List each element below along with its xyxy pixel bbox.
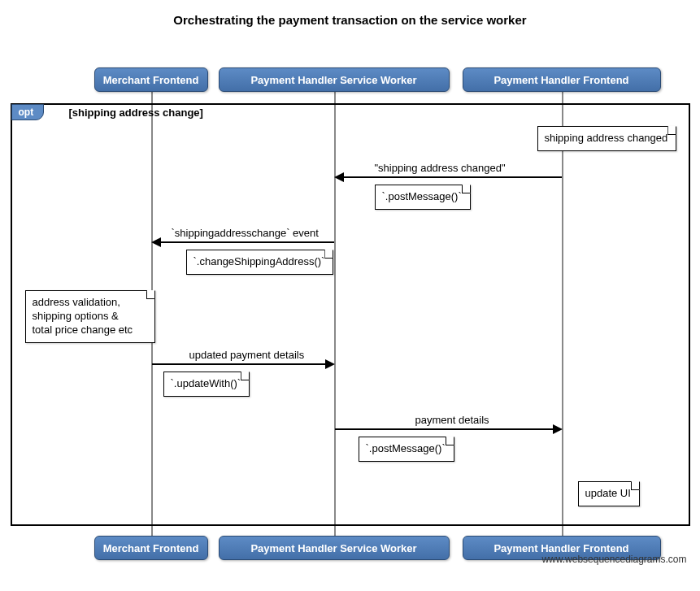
sequence-diagram: Merchant Frontend Payment Handler Servic… [9, 38, 692, 567]
note-postmsg-1: `.postMessage()` [375, 185, 471, 210]
msg-4-head [553, 424, 563, 434]
note-change-addr: `.changeShippingAddress()` [186, 250, 334, 275]
msg-3-head [325, 359, 335, 369]
participant-sw-bottom: Payment Handler Service Worker [219, 536, 450, 560]
note-updatewith: `.updateWith()` [163, 372, 250, 397]
participant-frontend-top: Payment Handler Frontend [463, 67, 661, 92]
msg-4-line [335, 428, 553, 430]
msg-3-line [152, 363, 325, 365]
note-addr-changed: shipping address changed [537, 126, 677, 151]
msg-1-label: "shipping address changed" [375, 162, 506, 174]
participant-merchant-top: Merchant Frontend [94, 67, 208, 92]
opt-tag: opt [11, 104, 45, 120]
diagram-title: Orchestrating the payment transaction on… [8, 13, 692, 27]
watermark: www.websequencediagrams.com [541, 554, 686, 565]
note-postmsg-2: `.postMessage()` [359, 437, 454, 462]
msg-2-label: `shippingaddresschange` event [172, 227, 319, 239]
msg-2-line [161, 241, 334, 243]
msg-1-head [334, 172, 344, 182]
msg-4-label: payment details [415, 414, 489, 426]
msg-3-label: updated payment details [189, 349, 305, 361]
msg-2-head [151, 237, 161, 247]
participant-sw-top: Payment Handler Service Worker [219, 67, 450, 92]
note-validation: address validation, shipping options & t… [25, 290, 155, 343]
note-update-ui: update UI [578, 481, 640, 506]
participant-merchant-bottom: Merchant Frontend [94, 536, 208, 560]
msg-1-line [344, 176, 562, 178]
opt-guard: [shipping address change] [69, 106, 203, 119]
